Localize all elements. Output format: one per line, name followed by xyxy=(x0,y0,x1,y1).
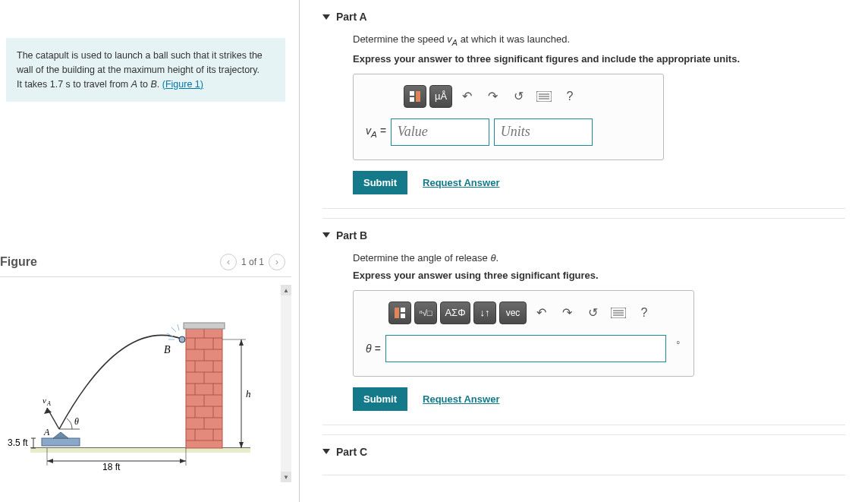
part-c-title: Part C xyxy=(336,446,367,458)
right-panel: Part A Determine the speed vA at which i… xyxy=(300,0,868,502)
svg-marker-46 xyxy=(180,459,186,463)
figure-scrollbar[interactable]: ▲ ▼ xyxy=(281,285,291,482)
part-a-answer-box: µÅ ↶ ↷ ↺ ? vA = xyxy=(353,74,664,160)
part-b: Part B Determine the angle of release θ.… xyxy=(322,219,845,425)
part-b-header[interactable]: Part B xyxy=(322,219,845,252)
collapse-icon xyxy=(322,232,330,238)
svg-rect-55 xyxy=(410,97,414,102)
part-b-instruction: Express your answer using three signific… xyxy=(353,270,845,281)
part-a-prompt: Determine the speed vA at which it was l… xyxy=(353,33,845,47)
problem-line1: The catapult is used to launch a ball su… xyxy=(17,50,263,61)
svg-line-30 xyxy=(171,327,176,332)
value-input[interactable] xyxy=(391,118,489,146)
units-input[interactable] xyxy=(494,118,593,146)
collapse-icon xyxy=(322,14,330,20)
arrows-button[interactable]: ↓↑ xyxy=(473,302,496,324)
label-B: B xyxy=(164,344,171,355)
keyboard-button[interactable] xyxy=(533,85,555,108)
svg-marker-35 xyxy=(53,432,68,438)
help-button[interactable]: ? xyxy=(558,85,581,108)
part-a-input-row: vA = xyxy=(366,118,651,146)
request-answer-link[interactable]: Request Answer xyxy=(423,177,499,188)
part-b-prompt: Determine the angle of release θ. xyxy=(353,252,845,264)
part-c: Part C xyxy=(322,435,845,475)
help-button[interactable]: ? xyxy=(633,302,656,324)
part-a-header[interactable]: Part A xyxy=(322,0,845,33)
label-18ft: 18 ft xyxy=(102,462,121,472)
scroll-up-icon[interactable]: ▲ xyxy=(281,285,291,295)
figure-next-button[interactable]: › xyxy=(269,254,285,270)
problem-statement: The catapult is used to launch a ball su… xyxy=(6,38,285,102)
theta-label: θ = xyxy=(366,343,381,355)
label-theta: θ xyxy=(74,416,79,427)
svg-marker-50 xyxy=(239,339,244,346)
svg-text:v: v xyxy=(42,396,46,405)
part-c-header[interactable]: Part C xyxy=(322,435,845,461)
figure-nav-text: 1 of 1 xyxy=(241,257,264,267)
collapse-icon xyxy=(322,449,330,454)
part-b-answer-box: ⁿ√□ ΑΣΦ ↓↑ vec ↶ ↷ ↺ ? θ = xyxy=(353,290,694,377)
greek-button[interactable]: ΑΣΦ xyxy=(440,302,470,324)
svg-rect-53 xyxy=(410,91,414,96)
figure-title: Figure xyxy=(0,255,37,269)
svg-rect-34 xyxy=(42,438,80,446)
figure-area: B v A θ A 3.5 ft xyxy=(0,285,291,482)
svg-line-31 xyxy=(178,324,179,330)
problem-point-a: A xyxy=(131,79,137,90)
part-b-input-row: θ = ∘ xyxy=(366,335,681,362)
submit-button[interactable]: Submit xyxy=(353,171,407,194)
label-A: A xyxy=(43,427,50,437)
reset-button[interactable]: ↺ xyxy=(507,85,530,108)
part-a-instruction: Express your answer to three significant… xyxy=(353,53,845,65)
svg-point-29 xyxy=(179,336,185,343)
template-button[interactable] xyxy=(388,302,411,324)
reset-button[interactable]: ↺ xyxy=(581,302,604,324)
figure-link[interactable]: (Figure 1) xyxy=(162,79,203,90)
redo-button[interactable]: ↷ xyxy=(555,302,578,324)
svg-rect-61 xyxy=(401,308,405,312)
degree-symbol: ∘ xyxy=(675,337,681,348)
redo-button[interactable]: ↷ xyxy=(481,85,504,108)
vec-button[interactable]: vec xyxy=(499,302,527,324)
label-h: h xyxy=(246,388,251,399)
left-panel: The catapult is used to launch a ball su… xyxy=(0,0,300,502)
svg-rect-28 xyxy=(184,323,225,329)
undo-button[interactable]: ↶ xyxy=(530,302,552,324)
submit-button[interactable]: Submit xyxy=(353,387,407,411)
svg-rect-60 xyxy=(395,308,399,318)
part-a: Part A Determine the speed vA at which i… xyxy=(322,0,845,209)
label-3-5ft: 3.5 ft xyxy=(8,437,28,448)
part-b-toolbar: ⁿ√□ ΑΣΦ ↓↑ vec ↶ ↷ ↺ ? xyxy=(366,302,681,324)
problem-line2: wall of the building at the maximum heig… xyxy=(17,65,259,75)
figure-nav: ‹ 1 of 1 › xyxy=(220,254,285,270)
request-answer-link[interactable]: Request Answer xyxy=(423,393,499,405)
part-b-title: Part B xyxy=(336,229,367,242)
template-button[interactable] xyxy=(404,85,426,108)
figure-svg: B v A θ A 3.5 ft xyxy=(0,285,281,482)
problem-line3-suffix: . xyxy=(157,79,162,90)
math-root-button[interactable]: ⁿ√□ xyxy=(414,302,437,324)
problem-point-b: B xyxy=(150,79,156,90)
figure-header: Figure ‹ 1 of 1 › xyxy=(0,254,291,277)
svg-marker-45 xyxy=(47,459,53,463)
svg-text:A: A xyxy=(46,400,51,407)
part-a-title: Part A xyxy=(336,11,367,23)
undo-button[interactable]: ↶ xyxy=(455,85,478,108)
theta-input[interactable] xyxy=(385,335,666,362)
keyboard-button[interactable] xyxy=(607,302,630,324)
svg-marker-51 xyxy=(239,442,244,448)
svg-rect-2 xyxy=(186,327,222,448)
problem-line3-prefix: It takes 1.7 s to travel from xyxy=(17,79,131,90)
svg-rect-62 xyxy=(401,314,405,318)
svg-rect-54 xyxy=(416,91,420,102)
svg-rect-1 xyxy=(30,448,250,453)
problem-line3-mid: to xyxy=(137,79,150,90)
units-picker-button[interactable]: µÅ xyxy=(429,85,452,108)
scroll-down-icon[interactable]: ▼ xyxy=(281,472,291,482)
part-a-toolbar: µÅ ↶ ↷ ↺ ? xyxy=(366,85,651,108)
figure-prev-button[interactable]: ‹ xyxy=(220,254,237,270)
